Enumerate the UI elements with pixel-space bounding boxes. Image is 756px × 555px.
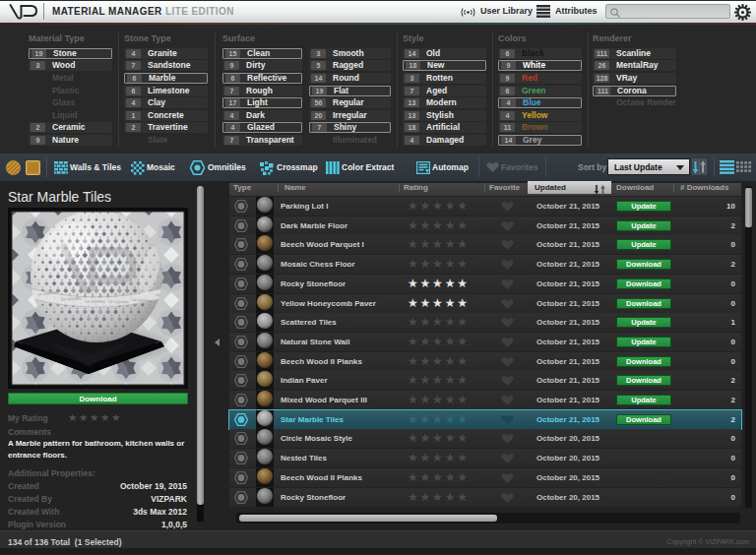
svg-text:VP VIZPARK: VP VIZPARK [85, 300, 106, 304]
svg-text:VP VIZPARK: VP VIZPARK [108, 300, 130, 304]
